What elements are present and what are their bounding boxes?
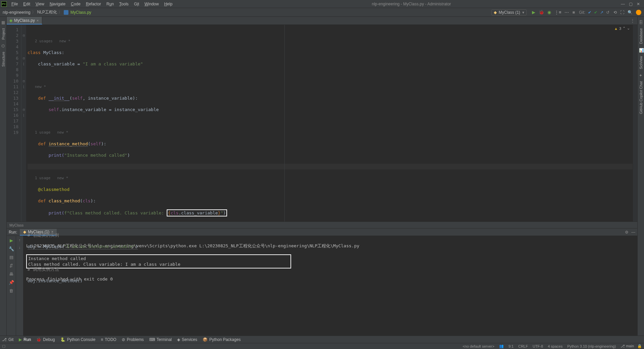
minimize-icon[interactable]: ― [621,2,625,6]
rerun-icon[interactable]: ▶ [10,238,13,243]
run-inner-toolbar: ↑ ↓ [16,236,23,336]
toggle-icon[interactable]: ▤ [9,255,13,260]
code-hint: 1 usage new * [28,175,633,181]
close-icon[interactable]: ✕ [637,2,640,6]
line-number-gutter: 123 456 789 10111213141516171819 [7,25,21,221]
attach-icon[interactable]: ⋯ [565,10,569,15]
python-console-tool-button[interactable]: 🐍Python Console [60,337,96,342]
editor-tab-options-icon[interactable]: ⋮ [628,17,637,24]
stop-icon[interactable]: ■ [572,10,575,15]
trash-icon[interactable]: 🗑 [9,288,13,293]
menu-view[interactable]: View [33,1,47,7]
todo-tool-button[interactable]: ≡TODO [101,337,116,342]
run-icon: ▶ [19,337,22,342]
breadcrumb-file[interactable]: MyClass.py [70,10,91,15]
services-tool-button[interactable]: ◈Services [177,337,197,342]
status-server[interactable]: <no default server> [463,344,494,348]
project-icon[interactable]: ▦ [1,20,5,24]
status-bar: ▢ <no default server> 👥 9:1 CRLF UTF-8 4… [0,343,644,349]
settings-icon[interactable]: 🔧 [9,246,14,251]
services-icon: ◈ [177,337,180,342]
code-hint: 2 usages new * [28,38,633,44]
menu-tools[interactable]: Tools [116,1,131,7]
structure-icon[interactable]: ⌬ [1,44,5,48]
menu-help[interactable]: Help [161,1,175,7]
tool-window-toggle-icon[interactable]: ▢ [2,344,5,348]
menu-bar: PC File Edit View Navigate Code Refactor… [0,0,644,8]
git-update-icon[interactable]: ✔ [588,10,591,15]
copilot-icon[interactable]: ✦ [639,73,643,77]
run-side-toolbar: ▶ 🔧 ▤ ⇵ 🖶 📌 🗑 [7,236,16,336]
editor-margin-guide [284,25,285,221]
status-interpreter[interactable]: Python 3.10 (nlp-engineering) [567,344,616,348]
navigation-bar: nlp-engineering 〉 NLP工程化 〉 MyClass.py ◆ … [0,8,644,17]
sciview-tool-button[interactable]: SciView [639,56,643,69]
menu-run[interactable]: Run [104,1,116,7]
editor-tabs: ◆ MyClass.py × ⋮ [7,17,637,25]
problems-tool-button[interactable]: ⊘Problems [122,337,144,342]
window-controls: ― ▢ ✕ [621,2,643,6]
profile-icon[interactable]: ⋮≡ [554,10,561,15]
git-tool-button[interactable]: ⎇Git [2,337,13,342]
right-toolbar: ⟲ ⛶ 🔍 [613,10,641,15]
menu-refactor[interactable]: Refactor [83,1,104,7]
debug-icon[interactable]: 🐞 [539,10,544,15]
revert-icon[interactable]: ⟲ [613,10,617,15]
terminal-tool-button[interactable]: ⌨Terminal [149,337,172,342]
chevron-right-icon: 〉 [32,9,36,15]
debug-tool-button[interactable]: 🐞Debug [36,337,55,342]
package-icon: 📦 [203,337,208,342]
zen-icon[interactable]: ⛶ [620,10,624,15]
down-arrow-icon[interactable]: ↓ [19,245,21,249]
menu-git[interactable]: Git [131,1,142,7]
python-icon: 🐍 [60,337,65,342]
git-label: Git: [579,10,585,15]
editor-marker-strip[interactable] [633,25,637,221]
copilot-tool-button[interactable]: GitHub Copilot Chat [639,81,643,114]
git-push-icon[interactable]: ↗ [600,10,603,15]
sciview-icon[interactable]: 📊 [639,48,643,52]
print-icon[interactable]: 🖶 [9,271,13,277]
status-encoding[interactable]: UTF-8 [533,344,543,348]
coverage-icon[interactable]: ◉ [547,10,551,15]
pin-icon[interactable]: 📌 [9,280,14,285]
bottom-tool-bar: ⎇Git ▶Run 🐞Debug 🐍Python Console ≡TODO ⊘… [0,336,644,343]
menu-edit[interactable]: Edit [20,1,33,7]
wrap-icon[interactable]: ⇵ [9,263,13,268]
breadcrumb-folder[interactable]: NLP工程化 [37,9,57,15]
editor-tab-myclass[interactable]: ◆ MyClass.py × [7,17,42,24]
menu-navigate[interactable]: Navigate [47,1,68,7]
code-editor[interactable]: ▲ 3 ⌃ ⌄ 123 456 789 10111213141516171819… [7,25,637,221]
run-config-selector[interactable]: ◆ MyClass (1) ▾ [491,9,527,15]
structure-tool-button[interactable]: Structure [1,52,5,67]
up-arrow-icon[interactable]: ↑ [19,238,21,242]
avatar[interactable] [636,10,641,15]
database-icon[interactable]: 🗄 [639,20,643,24]
menu-code[interactable]: Code [68,1,83,7]
git-history-icon[interactable]: ↺ [606,10,609,15]
search-icon[interactable]: 🔍 [628,10,633,15]
breadcrumb-root[interactable]: nlp-engineering [3,10,31,15]
people-icon[interactable]: 👥 [499,344,504,348]
run-icon[interactable]: ▶ [532,10,535,15]
git-commit-icon[interactable]: ✔ [594,10,597,15]
status-position[interactable]: 9:1 [508,344,514,348]
python-packages-tool-button[interactable]: 📦Python Packages [203,337,240,342]
menu-window[interactable]: Window [142,1,162,7]
run-tool-button[interactable]: ▶Run [19,337,31,342]
project-tool-button[interactable]: Project [1,28,5,40]
close-tab-icon[interactable]: × [37,18,39,22]
status-indent[interactable]: 4 spaces [548,344,562,348]
lock-icon[interactable]: 🔒 [637,344,642,348]
status-branch[interactable]: ⎇ main [621,344,634,348]
breadcrumb: nlp-engineering 〉 NLP工程化 〉 MyClass.py [3,9,491,15]
maximize-icon[interactable]: ▢ [629,2,633,6]
python-file-icon [64,10,68,15]
code-area[interactable]: 2 usages new * class MyClass: class_vari… [26,25,633,221]
status-eol[interactable]: CRLF [518,344,528,348]
breadcrumb-class: MyClass [9,223,23,227]
database-tool-button[interactable]: Database [639,28,643,44]
right-tool-stripe: 🗄 Database 📊 SciView ✦ GitHub Copilot Ch… [637,17,644,336]
menu-file[interactable]: File [9,1,20,7]
terminal-icon: ⌨ [149,337,155,342]
